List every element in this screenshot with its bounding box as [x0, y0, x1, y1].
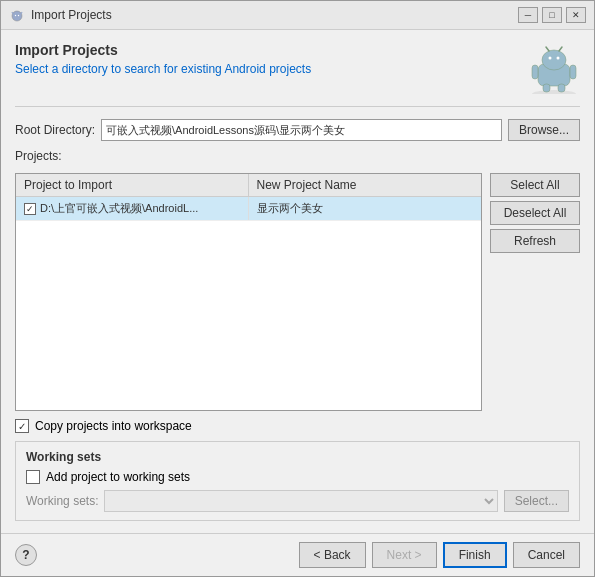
dialog-body: Import Projects Select a directory to se… [1, 30, 594, 533]
root-directory-row: Root Directory: Browse... [15, 119, 580, 141]
row-checkbox[interactable]: ✓ [24, 203, 36, 215]
svg-point-9 [549, 57, 552, 60]
table-row[interactable]: ✓ D:\上官可嵌入式视频\AndroidL... 显示两个美女 [16, 197, 481, 221]
svg-line-11 [546, 47, 549, 51]
root-directory-input[interactable] [101, 119, 502, 141]
dialog-title: Import Projects [15, 42, 528, 58]
svg-point-4 [15, 15, 16, 16]
copy-projects-row: ✓ Copy projects into workspace [15, 419, 580, 433]
copy-projects-label: Copy projects into workspace [35, 419, 192, 433]
back-button[interactable]: < Back [299, 542, 366, 568]
close-button[interactable]: ✕ [566, 7, 586, 23]
project-path: D:\上官可嵌入式视频\AndroidL... [40, 201, 198, 216]
title-bar: Import Projects ─ □ ✕ [1, 1, 594, 30]
finish-button[interactable]: Finish [443, 542, 507, 568]
new-project-name: 显示两个美女 [257, 201, 323, 216]
svg-line-2 [12, 12, 13, 14]
svg-point-8 [542, 50, 566, 70]
working-sets-group: Working sets Add project to working sets… [15, 441, 580, 521]
import-projects-dialog: Import Projects ─ □ ✕ Import Projects Se… [0, 0, 595, 577]
working-sets-label: Working sets: [26, 494, 98, 508]
dialog-icon [9, 7, 25, 23]
copy-projects-checkbox[interactable]: ✓ [15, 419, 29, 433]
root-directory-label: Root Directory: [15, 123, 95, 137]
select-button: Select... [504, 490, 569, 512]
svg-point-5 [18, 15, 19, 16]
projects-area: Project to Import New Project Name ✓ D:\… [15, 173, 580, 411]
deselect-all-button[interactable]: Deselect All [490, 201, 580, 225]
working-sets-title: Working sets [26, 450, 569, 464]
col-new-project-name: New Project Name [249, 174, 482, 196]
svg-point-6 [532, 90, 576, 94]
working-sets-select [104, 490, 497, 512]
title-bar-text: Import Projects [31, 8, 112, 22]
select-all-button[interactable]: Select All [490, 173, 580, 197]
working-sets-input-row: Working sets: Select... [26, 490, 569, 512]
project-import-cell: ✓ D:\上官可嵌入式视频\AndroidL... [16, 197, 249, 220]
action-buttons: Select All Deselect All Refresh [490, 173, 580, 411]
maximize-button[interactable]: □ [542, 7, 562, 23]
svg-point-10 [557, 57, 560, 60]
add-project-row: Add project to working sets [26, 470, 569, 484]
project-name-cell: 显示两个美女 [249, 197, 482, 220]
dialog-header: Import Projects Select a directory to se… [15, 42, 580, 94]
projects-table: Project to Import New Project Name ✓ D:\… [15, 173, 482, 411]
browse-button[interactable]: Browse... [508, 119, 580, 141]
header-divider [15, 106, 580, 107]
dialog-footer: ? < Back Next > Finish Cancel [1, 533, 594, 576]
table-header: Project to Import New Project Name [16, 174, 481, 197]
add-project-checkbox[interactable] [26, 470, 40, 484]
dialog-subtitle: Select a directory to search for existin… [15, 62, 528, 76]
svg-rect-13 [532, 65, 538, 79]
cancel-button[interactable]: Cancel [513, 542, 580, 568]
table-body: ✓ D:\上官可嵌入式视频\AndroidL... 显示两个美女 [16, 197, 481, 410]
next-button[interactable]: Next > [372, 542, 437, 568]
svg-line-12 [559, 47, 562, 51]
minimize-button[interactable]: ─ [518, 7, 538, 23]
col-project-to-import: Project to Import [16, 174, 249, 196]
svg-line-3 [21, 12, 22, 14]
svg-rect-15 [543, 84, 550, 92]
svg-rect-16 [558, 84, 565, 92]
add-project-label: Add project to working sets [46, 470, 190, 484]
svg-rect-14 [570, 65, 576, 79]
android-logo [528, 42, 580, 94]
refresh-button[interactable]: Refresh [490, 229, 580, 253]
projects-label: Projects: [15, 149, 580, 163]
help-button[interactable]: ? [15, 544, 37, 566]
